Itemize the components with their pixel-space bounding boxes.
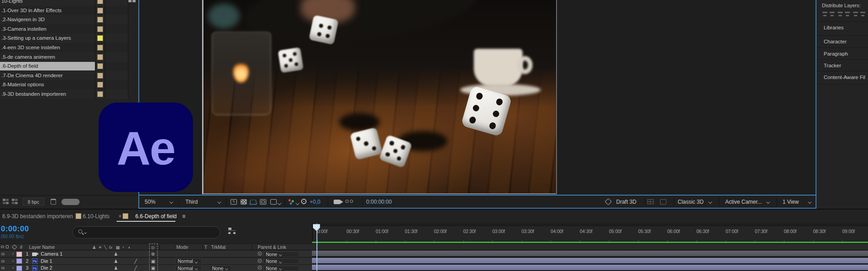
distribute-right-icon[interactable] [860, 11, 866, 17]
column-divider[interactable] [128, 0, 128, 98]
preview-timecode[interactable]: 0:00:00:00 [366, 199, 392, 205]
show-snapshot-icon[interactable] [345, 200, 354, 204]
panel-menu-icon[interactable]: ≡ [182, 213, 185, 220]
layer-duration-bar-camera-1[interactable] [312, 251, 868, 257]
column-divider[interactable] [203, 245, 203, 250]
project-item[interactable]: .9-3D bestanden importeren [0, 89, 128, 99]
layer-name-column-label[interactable]: Layer Name [29, 244, 55, 250]
region-of-interest-icon[interactable] [250, 200, 257, 205]
quality-icon[interactable]: ╲ [104, 244, 107, 250]
eye-icon[interactable] [1, 246, 4, 248]
project-item[interactable]: .3-Camera instellen [0, 24, 128, 34]
color-depth-button[interactable]: 8 bpc [23, 198, 44, 206]
panel-tab-character[interactable]: Character [816, 35, 868, 47]
layer-duration-bar-die-2[interactable] [312, 265, 868, 271]
trkmat-dropdown[interactable]: None [210, 266, 231, 271]
label-color-swatch[interactable] [97, 8, 103, 14]
parent-link-column-label[interactable]: Parent & Link [258, 244, 286, 250]
label-icon[interactable] [12, 244, 17, 249]
label-color-swatch[interactable] [97, 17, 103, 23]
chevron-down-icon[interactable] [296, 201, 299, 205]
layer-color-swatch[interactable] [16, 252, 22, 257]
panel-tab-content-aware-fill[interactable]: Content-Aware Fil [816, 71, 868, 84]
chevron-down-icon[interactable] [278, 201, 281, 205]
label-color-swatch[interactable] [97, 82, 103, 88]
layer-duration-bar-die-1[interactable] [312, 258, 868, 264]
mini-flowchart-icon[interactable] [228, 228, 236, 234]
project-item-selected[interactable]: .6-Depth of field [0, 61, 128, 71]
renderer-dropdown[interactable]: Classic 3D [678, 199, 703, 205]
panel-corner-icon[interactable] [132, 0, 136, 2]
pickwhip-icon[interactable] [258, 266, 262, 270]
composition-image[interactable] [202, 0, 557, 194]
panel-tab-tracker[interactable]: Tracker [816, 59, 868, 71]
project-item[interactable]: .1-Over 3D in After Effects [0, 6, 128, 15]
project-item[interactable]: 10-Lights [0, 0, 128, 6]
scrollbar-thumb[interactable] [61, 199, 80, 205]
timeline-tab[interactable]: 6.9-3D bestanden importeren [2, 211, 73, 222]
shy-icon[interactable]: ♟ [92, 244, 96, 250]
effects-icon[interactable]: fx [109, 244, 112, 250]
label-color-swatch[interactable] [97, 35, 103, 41]
parent-dropdown[interactable]: None [264, 258, 299, 264]
panel-corner-icon[interactable] [128, 0, 132, 2]
close-icon[interactable]: × [118, 213, 122, 220]
label-color-swatch[interactable] [97, 63, 103, 69]
split-view-icon[interactable] [647, 199, 654, 204]
column-divider[interactable] [105, 0, 105, 98]
motion-blur-icon[interactable]: ◔ [122, 244, 124, 250]
chevron-down-icon[interactable] [170, 200, 173, 204]
trash-icon[interactable] [51, 199, 56, 205]
camera-view-dropdown[interactable]: Active Camer... [725, 199, 762, 205]
timeline-tab[interactable]: 6.10-Lights [75, 211, 109, 222]
column-divider[interactable] [251, 245, 252, 250]
draft-3d-button[interactable]: Draft 3D [616, 199, 637, 205]
current-time-display[interactable]: 0:00:00 [1, 224, 29, 234]
proxy-icon[interactable] [12, 199, 18, 204]
channel-color-icon[interactable] [288, 199, 295, 205]
exposure-icon[interactable] [301, 199, 307, 204]
transparency-grid-icon[interactable] [241, 199, 247, 205]
distribute-top-icon[interactable] [822, 11, 828, 17]
chevron-down-icon[interactable] [217, 200, 221, 204]
panel-tab-paragraph[interactable]: Paragraph [816, 47, 868, 59]
layer-color-swatch[interactable] [16, 266, 22, 271]
work-area-strip[interactable] [313, 224, 868, 226]
t-column-label[interactable]: T [204, 244, 207, 250]
expand-chevron-icon[interactable]: › [12, 258, 14, 264]
eye-icon[interactable] [1, 253, 5, 255]
draft-3d-icon[interactable] [605, 198, 612, 206]
adjustment-layer-icon[interactable]: ◑ [127, 244, 130, 250]
parent-dropdown[interactable]: None [264, 266, 299, 271]
search-input[interactable] [72, 226, 220, 238]
label-color-swatch[interactable] [97, 0, 103, 4]
label-color-swatch[interactable] [97, 45, 103, 51]
ground-plane-icon[interactable] [660, 199, 666, 205]
shy-toggle[interactable]: ♟ [114, 265, 118, 271]
project-item[interactable]: .8-Material options [0, 80, 128, 89]
label-color-swatch[interactable] [97, 73, 103, 79]
column-divider[interactable] [159, 245, 160, 250]
column-divider[interactable] [95, 0, 95, 98]
mode-column-label[interactable]: Mode [176, 244, 188, 250]
distribute-left-icon[interactable] [844, 11, 850, 17]
lock-icon[interactable] [6, 245, 9, 248]
mask-visibility-icon[interactable] [260, 199, 266, 205]
panel-tab-libraries[interactable]: Libraries [816, 21, 868, 35]
pickwhip-icon[interactable] [258, 252, 262, 256]
project-item[interactable]: .2-Navigeren in 3D [0, 15, 128, 24]
grid-guides-dropdown[interactable]: Third [185, 199, 198, 205]
project-item[interactable]: .3-Setting up a camera Layers [0, 33, 128, 43]
distribute-hcenter-icon[interactable] [853, 11, 859, 17]
trkmat-column-label[interactable]: TrkMat [211, 244, 226, 250]
eye-icon[interactable] [1, 260, 5, 262]
label-color-swatch[interactable] [97, 91, 103, 97]
collapse-icon[interactable]: ☀ [98, 244, 102, 250]
blend-mode-dropdown[interactable]: Normal [175, 266, 202, 271]
project-item[interactable]: .4-een 3D scene instellen [0, 43, 128, 52]
magnification-dropdown[interactable]: 50% [145, 199, 156, 205]
pickwhip-icon[interactable] [258, 259, 262, 263]
quality-toggle[interactable]: ╱ [134, 265, 137, 271]
snapshot-camera-icon[interactable] [334, 200, 340, 204]
distribute-bottom-icon[interactable] [837, 11, 843, 17]
